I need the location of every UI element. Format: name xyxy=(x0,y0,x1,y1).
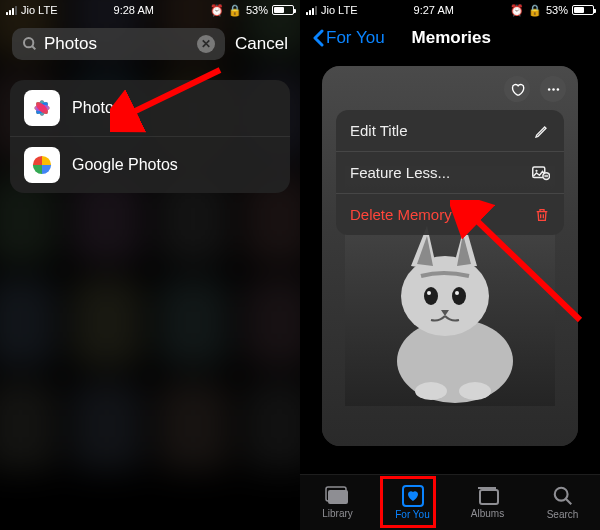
context-menu: Edit Title Feature Less... Delete Memory xyxy=(336,110,564,235)
svg-point-26 xyxy=(552,88,555,91)
tab-label: For You xyxy=(395,509,429,520)
search-icon xyxy=(22,36,38,52)
svg-point-27 xyxy=(556,88,559,91)
status-bar: Jio LTE 9:28 AM ⏰ 🔒 53% xyxy=(0,0,300,20)
tab-label: Library xyxy=(322,508,353,519)
carrier-label: Jio LTE xyxy=(21,4,57,16)
pencil-icon xyxy=(534,123,550,139)
memory-card[interactable]: Edit Title Feature Less... Delete Memory xyxy=(322,66,578,446)
svg-line-1 xyxy=(32,46,35,49)
favorite-button[interactable] xyxy=(504,76,530,102)
svg-point-18 xyxy=(424,287,438,305)
svg-point-21 xyxy=(455,291,459,295)
menu-edit-title[interactable]: Edit Title xyxy=(336,110,564,151)
search-input[interactable]: Photos ✕ xyxy=(12,28,225,60)
ellipsis-icon xyxy=(546,82,561,97)
svg-rect-37 xyxy=(480,490,498,504)
menu-feature-less[interactable]: Feature Less... xyxy=(336,151,564,193)
tab-for-you[interactable]: For You xyxy=(375,475,450,530)
svg-rect-34 xyxy=(328,490,348,504)
library-icon xyxy=(325,486,351,506)
status-time: 9:27 AM xyxy=(414,4,454,16)
search-icon xyxy=(552,485,574,507)
left-phone-screen: Jio LTE 9:28 AM ⏰ 🔒 53% Photos ✕ Cancel xyxy=(0,0,300,530)
alarm-icon: ⏰ xyxy=(210,4,224,17)
svg-point-29 xyxy=(535,169,537,171)
svg-line-39 xyxy=(565,499,571,505)
nav-bar: For You Memories xyxy=(300,20,600,56)
photo-minus-icon xyxy=(532,165,550,181)
page-title: Memories xyxy=(412,28,491,48)
tab-library[interactable]: Library xyxy=(300,475,375,530)
status-bar: Jio LTE 9:27 AM ⏰ 🔒 53% xyxy=(300,0,600,20)
back-label: For You xyxy=(326,28,385,48)
svg-point-25 xyxy=(547,88,550,91)
svg-point-23 xyxy=(415,382,447,400)
svg-point-38 xyxy=(554,488,567,501)
google-photos-app-icon xyxy=(24,147,60,183)
chevron-left-icon xyxy=(312,29,324,47)
photos-app-icon xyxy=(24,90,60,126)
search-value: Photos xyxy=(44,34,191,54)
result-google-photos-app[interactable]: Google Photos xyxy=(10,136,290,193)
tab-label: Albums xyxy=(471,508,504,519)
svg-point-13 xyxy=(401,256,489,336)
menu-label: Feature Less... xyxy=(350,164,450,181)
trash-icon xyxy=(534,207,550,223)
menu-label: Edit Title xyxy=(350,122,408,139)
result-photos-app[interactable]: Photos xyxy=(10,80,290,136)
menu-label: Delete Memory xyxy=(350,206,452,223)
battery-text: 53% xyxy=(246,4,268,16)
search-results: Photos Google Photos xyxy=(10,80,290,193)
battery-text: 53% xyxy=(546,4,568,16)
tab-label: Search xyxy=(547,509,579,520)
svg-point-19 xyxy=(452,287,466,305)
rotation-lock-icon: 🔒 xyxy=(528,4,542,17)
tab-albums[interactable]: Albums xyxy=(450,475,525,530)
albums-icon xyxy=(476,486,500,506)
right-phone-screen: Jio LTE 9:27 AM ⏰ 🔒 53% For You Memories xyxy=(300,0,600,530)
more-button[interactable] xyxy=(540,76,566,102)
carrier-label: Jio LTE xyxy=(321,4,357,16)
back-button[interactable]: For You xyxy=(312,28,385,48)
menu-delete-memory[interactable]: Delete Memory xyxy=(336,193,564,235)
svg-point-20 xyxy=(427,291,431,295)
for-you-icon xyxy=(402,485,424,507)
svg-point-0 xyxy=(24,38,33,47)
alarm-icon: ⏰ xyxy=(510,4,524,17)
heart-icon xyxy=(510,82,525,97)
clear-search-button[interactable]: ✕ xyxy=(197,35,215,53)
signal-icon xyxy=(6,6,17,15)
tab-search[interactable]: Search xyxy=(525,475,600,530)
rotation-lock-icon: 🔒 xyxy=(228,4,242,17)
signal-icon xyxy=(306,6,317,15)
result-label: Google Photos xyxy=(72,156,178,174)
status-time: 9:28 AM xyxy=(114,4,154,16)
tab-bar: Library For You Albums Search xyxy=(300,474,600,530)
battery-icon xyxy=(272,5,294,15)
svg-point-24 xyxy=(459,382,491,400)
cancel-button[interactable]: Cancel xyxy=(235,34,288,54)
battery-icon xyxy=(572,5,594,15)
result-label: Photos xyxy=(72,99,122,117)
